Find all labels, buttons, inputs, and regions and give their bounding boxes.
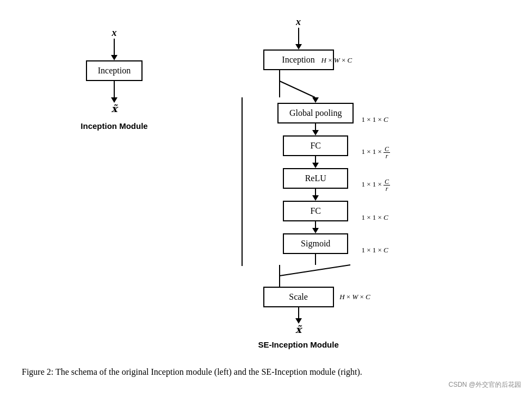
branch-svg	[244, 70, 353, 97]
fc1-arrowhead	[312, 130, 319, 135]
right-inception-container: Inception H × W × C	[244, 49, 353, 97]
sigmoid-to-scale-line	[315, 254, 316, 265]
right-output-line	[298, 307, 299, 318]
right-main: x Inception H × W × C	[207, 16, 390, 349]
relu-dim: 1 × 1 × Cr	[361, 175, 390, 195]
fc2-line	[315, 189, 316, 195]
fc1-arrow	[312, 123, 319, 135]
fc2-arrow	[312, 189, 319, 201]
dim-labels-col: 1 × 1 × C 1 × 1 × Cr	[361, 97, 390, 261]
se-module-label: SE-Inception Module	[207, 340, 390, 349]
fc1-box: FC	[283, 135, 348, 156]
fc1-dim: 1 × 1 × Cr	[361, 142, 390, 163]
caption: Figure 2: The schema of the original Inc…	[22, 366, 490, 379]
left-output-arrow	[111, 81, 117, 103]
left-input-arrow: x	[111, 27, 117, 60]
right-center-col: x Inception H × W × C	[207, 16, 390, 349]
merge-svg	[244, 265, 353, 287]
se-blocks-col: Global pooling FC	[277, 97, 354, 265]
sigmoid-arrow	[312, 221, 319, 233]
left-inception-box: Inception	[86, 60, 143, 81]
spacer5	[361, 228, 390, 240]
spacer3	[361, 163, 390, 175]
watermark: CSDN @外交官的后花园	[448, 380, 521, 389]
relu-arrowhead	[312, 163, 319, 168]
left-input-label: x	[112, 27, 117, 39]
spacer2	[361, 130, 390, 142]
left-arrow-line-top	[114, 39, 115, 55]
gp-dim: 1 × 1 × C	[361, 109, 390, 130]
inception-dim-label: H × W × C	[321, 56, 352, 65]
spacer4	[361, 195, 390, 207]
left-arrow-line-bottom	[114, 81, 115, 97]
gp-arrow	[312, 97, 319, 103]
main-container: x Inception x̃ Inception Module	[0, 0, 532, 396]
sigmoid-line	[315, 221, 316, 228]
left-arrow-head-bottom	[111, 97, 117, 103]
right-diagram: x Inception H × W × C	[207, 16, 390, 349]
right-top-arrowhead	[295, 44, 302, 49]
sigmoid-arrowhead	[312, 228, 319, 233]
spacer1	[361, 97, 390, 109]
two-cols: Global pooling FC	[207, 97, 390, 266]
fc1-line	[315, 123, 316, 130]
gp-arrowhead	[312, 97, 319, 103]
svg-line-3	[280, 265, 350, 276]
left-output-label: x̃	[112, 103, 117, 115]
left-diagram: x Inception x̃ Inception Module	[54, 27, 174, 131]
right-top-line	[298, 28, 299, 44]
left-arrow-head-top	[111, 55, 117, 60]
right-input-label: x	[296, 16, 301, 28]
relu-line	[315, 156, 316, 163]
left-module-label: Inception Module	[81, 121, 147, 131]
relu-box: ReLU	[283, 168, 348, 189]
right-output-arrowhead	[295, 318, 302, 324]
fc2-dim: 1 × 1 × C	[361, 207, 390, 228]
right-output-arrow	[295, 307, 302, 324]
fc2-arrowhead	[312, 195, 319, 201]
scale-dim-label: H × W × C	[339, 293, 370, 301]
svg-line-1	[280, 81, 315, 97]
right-output-label: x̃	[295, 324, 301, 336]
left-bypass-col	[207, 97, 277, 266]
sigmoid-dim: 1 × 1 × C	[361, 240, 390, 261]
fc2-box: FC	[283, 201, 348, 221]
relu-arrow	[312, 156, 319, 168]
bypass-line	[242, 97, 243, 266]
global-pooling-box: Global pooling	[277, 103, 354, 123]
diagram-area: x Inception x̃ Inception Module	[22, 11, 510, 349]
scale-box: Scale H × W × C	[263, 287, 334, 307]
sigmoid-box: Sigmoid	[283, 233, 348, 254]
right-input-arrow: x	[295, 16, 302, 49]
